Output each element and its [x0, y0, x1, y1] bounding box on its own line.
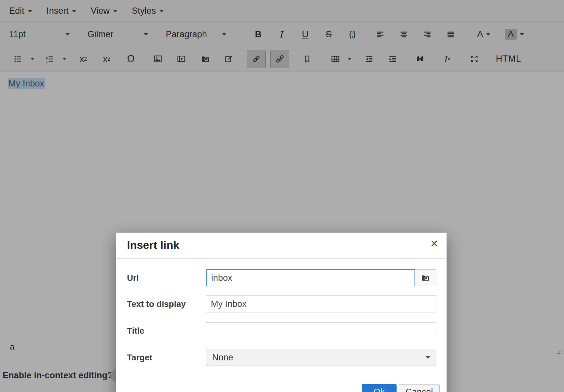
url-label: Url — [127, 273, 206, 283]
chevron-down-icon — [426, 356, 430, 359]
title-row: Title — [127, 322, 436, 339]
target-selected-value: None — [212, 353, 233, 363]
search-folder-icon — [421, 273, 430, 282]
ok-button[interactable]: Ok — [362, 384, 397, 392]
insert-link-dialog: Insert link × Url Text to display Title … — [116, 233, 447, 392]
title-input[interactable] — [206, 322, 436, 339]
text-to-display-label: Text to display — [127, 299, 206, 309]
text-to-display-input[interactable] — [206, 295, 436, 312]
link-browse-button[interactable] — [415, 269, 436, 286]
dialog-footer: Ok Cancel — [116, 382, 446, 392]
dialog-header[interactable]: Insert link × — [116, 233, 446, 259]
cancel-button[interactable]: Cancel — [399, 384, 440, 392]
target-label: Target — [127, 353, 206, 363]
title-label: Title — [127, 326, 206, 336]
url-input[interactable] — [206, 269, 415, 286]
text-to-display-row: Text to display — [127, 295, 436, 312]
close-icon[interactable]: × — [431, 237, 438, 250]
target-select[interactable]: None — [206, 349, 436, 366]
url-row: Url — [127, 269, 436, 286]
target-row: Target None — [127, 349, 436, 366]
dialog-title: Insert link — [127, 239, 180, 251]
